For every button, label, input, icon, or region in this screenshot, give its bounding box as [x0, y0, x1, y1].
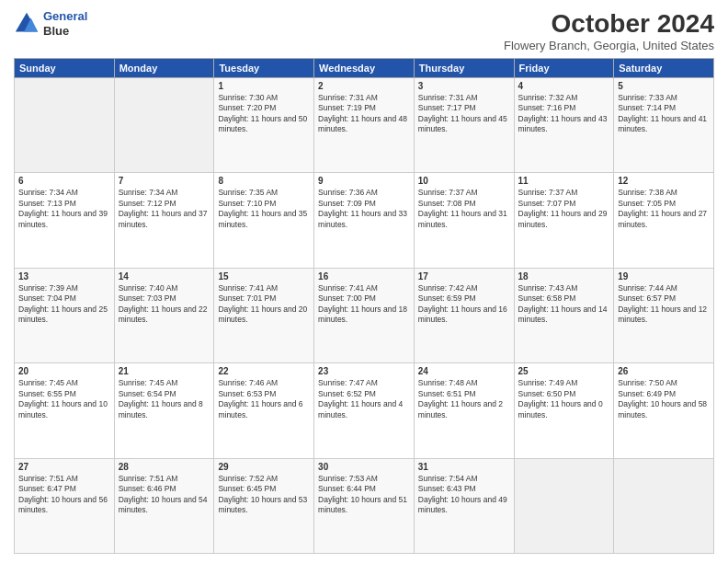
day-info: Sunrise: 7:45 AMSunset: 6:55 PMDaylight:…	[18, 378, 110, 420]
calendar-cell: 17Sunrise: 7:42 AMSunset: 6:59 PMDayligh…	[414, 268, 514, 362]
day-of-week-header: Sunday	[15, 59, 115, 78]
calendar-week-row: 20Sunrise: 7:45 AMSunset: 6:55 PMDayligh…	[15, 363, 714, 458]
day-info: Sunrise: 7:41 AMSunset: 7:00 PMDaylight:…	[318, 283, 410, 326]
day-of-week-header: Wednesday	[314, 59, 415, 78]
location-title: Flowery Branch, Georgia, United States	[504, 39, 714, 52]
logo-text: General Blue	[43, 9, 87, 38]
day-info: Sunrise: 7:37 AMSunset: 7:08 PMDaylight:…	[418, 188, 510, 230]
calendar-cell: 30Sunrise: 7:53 AMSunset: 6:44 PMDayligh…	[314, 458, 415, 553]
day-info: Sunrise: 7:31 AMSunset: 7:19 PMDaylight:…	[318, 93, 410, 135]
calendar-cell: 9Sunrise: 7:36 AMSunset: 7:09 PMDaylight…	[314, 173, 415, 268]
day-info: Sunrise: 7:43 AMSunset: 6:58 PMDaylight:…	[518, 283, 610, 326]
day-info: Sunrise: 7:47 AMSunset: 6:52 PMDaylight:…	[318, 378, 410, 420]
calendar-cell: 31Sunrise: 7:54 AMSunset: 6:43 PMDayligh…	[414, 458, 514, 553]
day-number: 23	[318, 366, 410, 376]
day-number: 2	[318, 81, 410, 91]
calendar-cell: 25Sunrise: 7:49 AMSunset: 6:50 PMDayligh…	[514, 363, 614, 458]
day-of-week-header: Saturday	[614, 59, 714, 78]
calendar-cell: 23Sunrise: 7:47 AMSunset: 6:52 PMDayligh…	[314, 363, 415, 458]
title-block: October 2024 Flowery Branch, Georgia, Un…	[504, 9, 714, 52]
day-info: Sunrise: 7:54 AMSunset: 6:43 PMDaylight:…	[418, 474, 510, 516]
calendar-cell: 1Sunrise: 7:30 AMSunset: 7:20 PMDaylight…	[214, 78, 314, 173]
day-number: 9	[318, 176, 410, 186]
calendar-cell: 4Sunrise: 7:32 AMSunset: 7:16 PMDaylight…	[514, 78, 614, 173]
calendar-cell	[614, 458, 714, 553]
day-info: Sunrise: 7:50 AMSunset: 6:49 PMDaylight:…	[618, 378, 710, 420]
day-info: Sunrise: 7:42 AMSunset: 6:59 PMDaylight:…	[418, 283, 510, 326]
calendar-cell: 15Sunrise: 7:41 AMSunset: 7:01 PMDayligh…	[214, 268, 314, 362]
calendar-cell: 28Sunrise: 7:51 AMSunset: 6:46 PMDayligh…	[114, 458, 214, 553]
calendar-cell: 7Sunrise: 7:34 AMSunset: 7:12 PMDaylight…	[114, 173, 214, 268]
calendar-cell: 26Sunrise: 7:50 AMSunset: 6:49 PMDayligh…	[614, 363, 714, 458]
calendar-cell	[514, 458, 614, 553]
calendar-cell: 13Sunrise: 7:39 AMSunset: 7:04 PMDayligh…	[15, 268, 115, 362]
logo: General Blue	[14, 9, 87, 38]
day-number: 20	[18, 366, 110, 376]
calendar-cell: 21Sunrise: 7:45 AMSunset: 6:54 PMDayligh…	[114, 363, 214, 458]
day-info: Sunrise: 7:48 AMSunset: 6:51 PMDaylight:…	[418, 378, 510, 420]
header: General Blue October 2024 Flowery Branch…	[14, 9, 714, 52]
day-number: 18	[518, 271, 610, 282]
day-info: Sunrise: 7:30 AMSunset: 7:20 PMDaylight:…	[218, 93, 310, 135]
day-info: Sunrise: 7:46 AMSunset: 6:53 PMDaylight:…	[218, 378, 310, 420]
day-number: 10	[418, 176, 510, 186]
calendar-week-row: 6Sunrise: 7:34 AMSunset: 7:13 PMDaylight…	[15, 173, 714, 268]
calendar-cell	[114, 78, 214, 173]
day-info: Sunrise: 7:41 AMSunset: 7:01 PMDaylight:…	[218, 283, 310, 326]
day-info: Sunrise: 7:52 AMSunset: 6:45 PMDaylight:…	[218, 474, 310, 516]
day-info: Sunrise: 7:39 AMSunset: 7:04 PMDaylight:…	[18, 283, 110, 326]
day-info: Sunrise: 7:38 AMSunset: 7:05 PMDaylight:…	[618, 188, 710, 230]
day-number: 7	[119, 176, 210, 186]
calendar-body: 1Sunrise: 7:30 AMSunset: 7:20 PMDaylight…	[15, 78, 714, 554]
day-number: 17	[418, 271, 510, 282]
calendar-cell: 8Sunrise: 7:35 AMSunset: 7:10 PMDaylight…	[214, 173, 314, 268]
day-info: Sunrise: 7:51 AMSunset: 6:46 PMDaylight:…	[119, 474, 210, 516]
calendar-header-row: SundayMondayTuesdayWednesdayThursdayFrid…	[15, 59, 714, 78]
day-info: Sunrise: 7:34 AMSunset: 7:12 PMDaylight:…	[119, 188, 210, 230]
calendar-cell: 27Sunrise: 7:51 AMSunset: 6:47 PMDayligh…	[15, 458, 115, 553]
day-number: 11	[518, 176, 610, 186]
calendar-table: SundayMondayTuesdayWednesdayThursdayFrid…	[14, 58, 714, 554]
day-number: 31	[418, 462, 510, 472]
day-of-week-header: Monday	[114, 59, 214, 78]
calendar-cell: 22Sunrise: 7:46 AMSunset: 6:53 PMDayligh…	[214, 363, 314, 458]
calendar-cell: 6Sunrise: 7:34 AMSunset: 7:13 PMDaylight…	[15, 173, 115, 268]
day-info: Sunrise: 7:40 AMSunset: 7:03 PMDaylight:…	[119, 283, 210, 326]
day-number: 24	[418, 366, 510, 376]
calendar-cell: 2Sunrise: 7:31 AMSunset: 7:19 PMDaylight…	[314, 78, 415, 173]
day-number: 22	[218, 366, 310, 376]
day-number: 19	[618, 271, 710, 282]
calendar-week-row: 1Sunrise: 7:30 AMSunset: 7:20 PMDaylight…	[15, 78, 714, 173]
day-info: Sunrise: 7:45 AMSunset: 6:54 PMDaylight:…	[119, 378, 210, 420]
day-number: 21	[119, 366, 210, 376]
calendar-cell: 19Sunrise: 7:44 AMSunset: 6:57 PMDayligh…	[614, 268, 714, 362]
calendar-week-row: 13Sunrise: 7:39 AMSunset: 7:04 PMDayligh…	[15, 268, 714, 362]
day-number: 6	[18, 176, 110, 186]
day-of-week-header: Tuesday	[214, 59, 314, 78]
day-number: 27	[18, 462, 110, 472]
calendar-cell: 18Sunrise: 7:43 AMSunset: 6:58 PMDayligh…	[514, 268, 614, 362]
calendar-cell: 3Sunrise: 7:31 AMSunset: 7:17 PMDaylight…	[414, 78, 514, 173]
calendar-cell: 29Sunrise: 7:52 AMSunset: 6:45 PMDayligh…	[214, 458, 314, 553]
day-number: 12	[618, 176, 710, 186]
day-info: Sunrise: 7:37 AMSunset: 7:07 PMDaylight:…	[518, 188, 610, 230]
calendar-cell: 20Sunrise: 7:45 AMSunset: 6:55 PMDayligh…	[15, 363, 115, 458]
calendar-week-row: 27Sunrise: 7:51 AMSunset: 6:47 PMDayligh…	[15, 458, 714, 553]
calendar-cell: 11Sunrise: 7:37 AMSunset: 7:07 PMDayligh…	[514, 173, 614, 268]
day-info: Sunrise: 7:31 AMSunset: 7:17 PMDaylight:…	[418, 93, 510, 135]
day-info: Sunrise: 7:35 AMSunset: 7:10 PMDaylight:…	[218, 188, 310, 230]
day-number: 26	[618, 366, 710, 376]
calendar-cell	[15, 78, 115, 173]
calendar-cell: 24Sunrise: 7:48 AMSunset: 6:51 PMDayligh…	[414, 363, 514, 458]
day-number: 3	[418, 81, 510, 91]
day-number: 15	[218, 271, 310, 282]
day-info: Sunrise: 7:34 AMSunset: 7:13 PMDaylight:…	[18, 188, 110, 230]
day-of-week-header: Friday	[514, 59, 614, 78]
day-number: 1	[218, 81, 310, 91]
day-number: 16	[318, 271, 410, 282]
calendar-cell: 5Sunrise: 7:33 AMSunset: 7:14 PMDaylight…	[614, 78, 714, 173]
day-number: 4	[518, 81, 610, 91]
day-number: 14	[119, 271, 210, 282]
day-info: Sunrise: 7:49 AMSunset: 6:50 PMDaylight:…	[518, 378, 610, 420]
day-info: Sunrise: 7:53 AMSunset: 6:44 PMDaylight:…	[318, 474, 410, 516]
